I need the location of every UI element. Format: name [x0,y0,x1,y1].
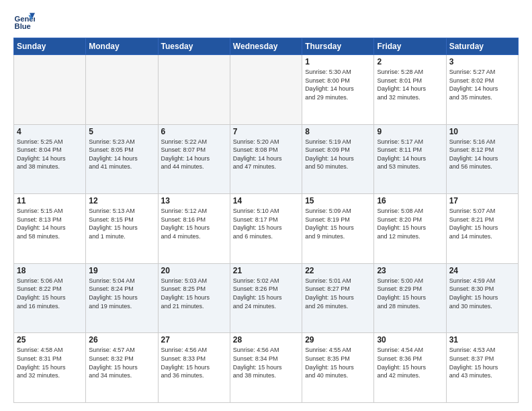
day-number: 31 [449,335,515,345]
calendar-cell: 23Sunrise: 5:00 AM Sunset: 8:29 PM Dayli… [374,263,446,333]
calendar-cell: 8Sunrise: 5:19 AM Sunset: 8:09 PM Daylig… [302,124,374,194]
day-number: 21 [233,266,299,275]
day-number: 20 [161,266,227,275]
day-number: 7 [233,127,299,136]
calendar-cell: 11Sunrise: 5:15 AM Sunset: 8:13 PM Dayli… [14,194,86,264]
svg-text:Blue: Blue [15,22,31,30]
day-number: 10 [449,127,515,136]
day-info: Sunrise: 5:07 AM Sunset: 8:21 PM Dayligh… [449,207,515,240]
day-info: Sunrise: 5:10 AM Sunset: 8:17 PM Dayligh… [233,207,299,240]
calendar-cell: 17Sunrise: 5:07 AM Sunset: 8:21 PM Dayli… [446,194,518,264]
day-number: 26 [89,335,154,345]
day-info: Sunrise: 5:02 AM Sunset: 8:26 PM Dayligh… [233,277,299,310]
logo-icon: General Blue [13,11,35,32]
calendar-cell: 3Sunrise: 5:27 AM Sunset: 8:02 PM Daylig… [446,55,518,125]
day-number: 11 [17,196,83,205]
day-info: Sunrise: 5:01 AM Sunset: 8:27 PM Dayligh… [305,277,371,310]
day-number: 6 [161,127,227,136]
day-info: Sunrise: 4:56 AM Sunset: 8:34 PM Dayligh… [233,346,299,379]
day-number: 23 [377,266,443,275]
day-info: Sunrise: 5:16 AM Sunset: 8:12 PM Dayligh… [449,138,515,171]
calendar-cell: 31Sunrise: 4:53 AM Sunset: 8:37 PM Dayli… [446,333,518,403]
calendar-cell: 19Sunrise: 5:04 AM Sunset: 8:24 PM Dayli… [86,263,158,333]
day-info: Sunrise: 4:54 AM Sunset: 8:36 PM Dayligh… [377,346,443,379]
day-info: Sunrise: 5:19 AM Sunset: 8:09 PM Dayligh… [305,138,371,171]
day-info: Sunrise: 4:55 AM Sunset: 8:35 PM Dayligh… [305,346,371,379]
calendar-cell: 15Sunrise: 5:09 AM Sunset: 8:19 PM Dayli… [302,194,374,264]
day-number: 13 [161,196,227,205]
day-number: 27 [161,335,227,345]
calendar-cell: 25Sunrise: 4:58 AM Sunset: 8:31 PM Dayli… [14,333,86,403]
calendar-table: SundayMondayTuesdayWednesdayThursdayFrid… [13,38,519,403]
day-info: Sunrise: 5:23 AM Sunset: 8:05 PM Dayligh… [89,138,154,171]
calendar-cell: 6Sunrise: 5:22 AM Sunset: 8:07 PM Daylig… [158,124,230,194]
day-info: Sunrise: 4:59 AM Sunset: 8:30 PM Dayligh… [449,277,515,310]
calendar-cell: 20Sunrise: 5:03 AM Sunset: 8:25 PM Dayli… [158,263,230,333]
day-info: Sunrise: 5:28 AM Sunset: 8:01 PM Dayligh… [377,68,443,101]
day-info: Sunrise: 5:03 AM Sunset: 8:25 PM Dayligh… [161,277,227,310]
day-number: 4 [17,127,83,136]
calendar-cell: 16Sunrise: 5:08 AM Sunset: 8:20 PM Dayli… [374,194,446,264]
logo: General Blue [13,11,38,32]
calendar-cell: 29Sunrise: 4:55 AM Sunset: 8:35 PM Dayli… [302,333,374,403]
weekday-header: Saturday [446,38,518,55]
day-info: Sunrise: 5:12 AM Sunset: 8:16 PM Dayligh… [161,207,227,240]
calendar-cell: 24Sunrise: 4:59 AM Sunset: 8:30 PM Dayli… [446,263,518,333]
day-number: 28 [233,335,299,345]
day-number: 1 [305,57,371,66]
day-info: Sunrise: 5:30 AM Sunset: 8:00 PM Dayligh… [305,68,371,101]
calendar-cell: 13Sunrise: 5:12 AM Sunset: 8:16 PM Dayli… [158,194,230,264]
calendar-cell: 22Sunrise: 5:01 AM Sunset: 8:27 PM Dayli… [302,263,374,333]
day-info: Sunrise: 5:13 AM Sunset: 8:15 PM Dayligh… [89,207,154,240]
day-info: Sunrise: 5:17 AM Sunset: 8:11 PM Dayligh… [377,138,443,171]
day-number: 3 [449,57,515,66]
day-number: 22 [305,266,371,275]
calendar-cell: 21Sunrise: 5:02 AM Sunset: 8:26 PM Dayli… [230,263,302,333]
day-info: Sunrise: 5:04 AM Sunset: 8:24 PM Dayligh… [89,277,154,310]
day-number: 8 [305,127,371,136]
day-number: 15 [305,196,371,205]
day-info: Sunrise: 4:57 AM Sunset: 8:32 PM Dayligh… [89,346,154,379]
day-info: Sunrise: 5:15 AM Sunset: 8:13 PM Dayligh… [17,207,83,240]
day-number: 16 [377,196,443,205]
day-number: 9 [377,127,443,136]
day-info: Sunrise: 4:53 AM Sunset: 8:37 PM Dayligh… [449,346,515,379]
calendar-cell: 18Sunrise: 5:06 AM Sunset: 8:22 PM Dayli… [14,263,86,333]
calendar-cell: 12Sunrise: 5:13 AM Sunset: 8:15 PM Dayli… [86,194,158,264]
day-info: Sunrise: 5:20 AM Sunset: 8:08 PM Dayligh… [233,138,299,171]
weekday-header: Friday [374,38,446,55]
calendar-cell: 14Sunrise: 5:10 AM Sunset: 8:17 PM Dayli… [230,194,302,264]
calendar-cell [158,55,230,125]
weekday-header: Thursday [302,38,374,55]
day-number: 29 [305,335,371,345]
calendar-cell: 28Sunrise: 4:56 AM Sunset: 8:34 PM Dayli… [230,333,302,403]
weekday-header: Tuesday [158,38,230,55]
calendar-cell: 30Sunrise: 4:54 AM Sunset: 8:36 PM Dayli… [374,333,446,403]
day-info: Sunrise: 5:25 AM Sunset: 8:04 PM Dayligh… [17,138,83,171]
day-info: Sunrise: 5:08 AM Sunset: 8:20 PM Dayligh… [377,207,443,240]
day-info: Sunrise: 5:22 AM Sunset: 8:07 PM Dayligh… [161,138,227,171]
day-number: 30 [377,335,443,345]
day-info: Sunrise: 5:27 AM Sunset: 8:02 PM Dayligh… [449,68,515,101]
calendar-cell [230,55,302,125]
weekday-header: Sunday [14,38,86,55]
calendar-cell: 27Sunrise: 4:56 AM Sunset: 8:33 PM Dayli… [158,333,230,403]
calendar-cell: 4Sunrise: 5:25 AM Sunset: 8:04 PM Daylig… [14,124,86,194]
weekday-header: Wednesday [230,38,302,55]
calendar-cell: 5Sunrise: 5:23 AM Sunset: 8:05 PM Daylig… [86,124,158,194]
calendar-cell: 1Sunrise: 5:30 AM Sunset: 8:00 PM Daylig… [302,55,374,125]
calendar-cell [14,55,86,125]
day-info: Sunrise: 4:56 AM Sunset: 8:33 PM Dayligh… [161,346,227,379]
day-info: Sunrise: 5:06 AM Sunset: 8:22 PM Dayligh… [17,277,83,310]
calendar-cell: 26Sunrise: 4:57 AM Sunset: 8:32 PM Dayli… [86,333,158,403]
day-info: Sunrise: 5:09 AM Sunset: 8:19 PM Dayligh… [305,207,371,240]
day-number: 19 [89,266,154,275]
day-number: 25 [17,335,83,345]
day-number: 17 [449,196,515,205]
day-number: 12 [89,196,154,205]
calendar-cell: 7Sunrise: 5:20 AM Sunset: 8:08 PM Daylig… [230,124,302,194]
calendar-cell: 9Sunrise: 5:17 AM Sunset: 8:11 PM Daylig… [374,124,446,194]
day-number: 5 [89,127,154,136]
calendar-cell [86,55,158,125]
day-info: Sunrise: 4:58 AM Sunset: 8:31 PM Dayligh… [17,346,83,379]
